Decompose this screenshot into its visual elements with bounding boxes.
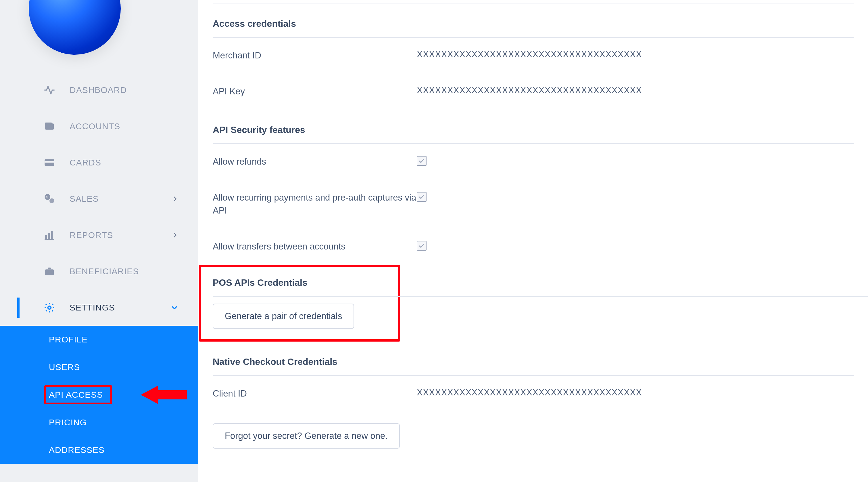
generate-credentials-button[interactable]: Generate a pair of credentials (213, 304, 354, 329)
logo-wrap (29, 0, 121, 58)
api-key-label: API Key (213, 85, 417, 98)
row-client-id: Client ID XXXXXXXXXXXXXXXXXXXXXXXXXXXXXX… (213, 376, 854, 412)
row-merchant-id: Merchant ID XXXXXXXXXXXXXXXXXXXXXXXXXXXX… (213, 38, 854, 74)
activity-icon (43, 84, 56, 96)
app-root: DASHBOARD ACCOUNTS CARDS $ SALES (0, 0, 868, 482)
svg-text:$: $ (46, 195, 49, 199)
svg-rect-7 (45, 235, 47, 239)
svg-rect-1 (45, 122, 52, 124)
sidebar-item-label: ACCOUNTS (69, 121, 120, 131)
api-key-value: XXXXXXXXXXXXXXXXXXXXXXXXXXXXXXXXXXXXX (417, 85, 642, 95)
section-title: API Security features (213, 110, 854, 143)
sidebar-item-label: DASHBOARD (69, 85, 127, 95)
client-id-label: Client ID (213, 387, 417, 400)
merchant-id-label: Merchant ID (213, 49, 417, 62)
sidebar-item-sales[interactable]: $ SALES (17, 181, 198, 217)
briefcase-icon (43, 265, 56, 278)
chevron-down-icon (171, 304, 178, 311)
row-forgot-secret: Forgot your secret? Generate a new one. (213, 412, 854, 460)
wallet-icon (43, 120, 56, 133)
allow-transfers-label: Allow transfers between accounts (213, 240, 417, 253)
sidebar-item-label: BENEFICIARIES (69, 266, 139, 276)
divider (213, 296, 868, 297)
row-allow-recurring: Allow recurring payments and pre-auth ca… (213, 180, 854, 229)
sidebar-item-settings[interactable]: SETTINGS (17, 289, 198, 326)
subnav-item-label: PRICING (49, 418, 87, 427)
section-pos-credentials: POS APIs Credentials Generate a pair of … (198, 265, 868, 342)
svg-rect-8 (48, 233, 50, 239)
allow-recurring-checkbox[interactable] (417, 192, 427, 202)
svg-rect-10 (44, 239, 54, 240)
section-api-security: API Security features Allow refunds Allo… (198, 110, 868, 265)
subnav-item-addresses[interactable]: ADDRESSES (0, 436, 198, 464)
allow-refunds-checkbox[interactable] (417, 156, 427, 166)
subnav-item-api-access[interactable]: API ACCESS (0, 381, 198, 408)
section-title: Access credentials (213, 3, 854, 37)
sidebar-item-accounts[interactable]: ACCOUNTS (17, 108, 198, 144)
row-allow-transfers: Allow transfers between accounts (213, 229, 854, 265)
annotation-arrow-icon (141, 383, 187, 406)
sidebar-item-label: REPORTS (69, 230, 113, 240)
settings-subnav: PROFILE USERS API ACCESS PRICING ADDRESS… (0, 326, 198, 464)
bar-chart-icon (43, 229, 56, 242)
allow-refunds-label: Allow refunds (213, 155, 417, 168)
primary-nav: DASHBOARD ACCOUNTS CARDS $ SALES (17, 72, 198, 464)
row-allow-refunds: Allow refunds (213, 144, 854, 180)
svg-marker-14 (141, 386, 187, 404)
sales-icon: $ (43, 193, 56, 205)
main-content: Access credentials Merchant ID XXXXXXXXX… (198, 0, 868, 482)
sidebar-item-cards[interactable]: CARDS (17, 144, 198, 181)
sidebar: DASHBOARD ACCOUNTS CARDS $ SALES (0, 0, 198, 482)
regenerate-secret-button[interactable]: Forgot your secret? Generate a new one. (213, 423, 400, 449)
subnav-item-users[interactable]: USERS (0, 353, 198, 381)
section-title: Native Checkout Credentials (213, 342, 854, 375)
annotation-highlight-box: POS APIs Credentials Generate a pair of … (199, 265, 400, 342)
allow-transfers-checkbox[interactable] (417, 241, 427, 251)
sidebar-item-dashboard[interactable]: DASHBOARD (17, 72, 198, 108)
svg-rect-12 (48, 267, 51, 270)
svg-rect-9 (51, 231, 53, 239)
client-id-value: XXXXXXXXXXXXXXXXXXXXXXXXXXXXXXXXXXXXX (417, 387, 642, 398)
subnav-item-label: ADDRESSES (49, 445, 104, 455)
chevron-right-icon (172, 196, 178, 202)
section-title: POS APIs Credentials (213, 267, 386, 296)
allow-recurring-label: Allow recurring payments and pre-auth ca… (213, 191, 417, 217)
sidebar-item-label: SETTINGS (69, 303, 115, 313)
subnav-item-label: PROFILE (49, 335, 88, 344)
svg-point-13 (48, 306, 51, 309)
sidebar-item-beneficiaries[interactable]: BENEFICIARIES (17, 253, 198, 289)
sidebar-item-label: CARDS (69, 158, 101, 168)
sidebar-item-reports[interactable]: REPORTS (17, 217, 198, 253)
merchant-id-value: XXXXXXXXXXXXXXXXXXXXXXXXXXXXXXXXXXXXX (417, 49, 642, 60)
section-native-checkout: Native Checkout Credentials Client ID XX… (198, 342, 868, 460)
subnav-item-label: USERS (49, 362, 80, 372)
subnav-item-pricing[interactable]: PRICING (0, 408, 198, 436)
brand-logo (29, 0, 121, 55)
svg-rect-11 (45, 270, 54, 275)
svg-point-5 (50, 198, 54, 203)
subnav-item-label: API ACCESS (49, 390, 103, 399)
sidebar-item-label: SALES (69, 194, 99, 204)
gear-icon (43, 301, 56, 314)
section-access-credentials: Access credentials Merchant ID XXXXXXXXX… (198, 3, 868, 110)
row-api-key: API Key XXXXXXXXXXXXXXXXXXXXXXXXXXXXXXXX… (213, 74, 854, 110)
svg-rect-3 (44, 161, 54, 163)
subnav-item-profile[interactable]: PROFILE (0, 326, 198, 353)
card-icon (43, 156, 56, 169)
chevron-right-icon (172, 232, 178, 238)
